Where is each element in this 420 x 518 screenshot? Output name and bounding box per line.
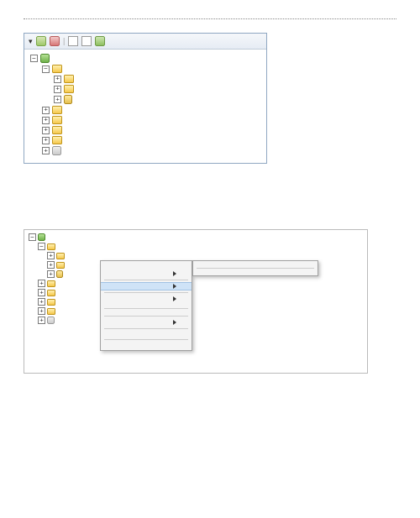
chevron-right-icon (173, 271, 176, 276)
object-explorer-tree: − − + + + + + (24, 50, 266, 163)
menu-separator (104, 308, 188, 309)
connect-label[interactable]: ▾ (29, 37, 33, 45)
plus-icon[interactable]: + (47, 261, 55, 269)
menu-item-properties[interactable] (101, 345, 192, 348)
menu-separator (104, 280, 188, 280)
menu-separator (104, 292, 188, 293)
context-menu-tasks[interactable] (192, 260, 318, 276)
tree-node-system-databases[interactable]: + (27, 251, 365, 260)
folder-icon (52, 136, 62, 144)
plus-icon[interactable]: + (54, 76, 61, 83)
menu-item-powershell[interactable] (101, 311, 192, 314)
menu-separator (104, 328, 188, 329)
menu-separator (197, 268, 314, 269)
folder-icon (52, 65, 62, 73)
folder-icon (64, 75, 74, 83)
tree-node-management[interactable]: + (28, 135, 263, 145)
minus-icon[interactable]: − (38, 243, 45, 250)
plus-icon[interactable]: + (54, 96, 61, 103)
tree-node-replication[interactable]: + (28, 125, 263, 135)
plus-icon[interactable]: + (54, 86, 61, 93)
plus-icon[interactable]: + (42, 117, 50, 124)
folder-icon (52, 106, 62, 114)
folder-icon (64, 85, 74, 93)
plus-icon[interactable]: + (38, 280, 45, 287)
folder-icon (52, 116, 62, 124)
agent-icon (47, 317, 55, 324)
menu-item-tasks[interactable] (101, 282, 192, 290)
tree-node-security[interactable]: + (27, 279, 365, 288)
folder-icon (47, 280, 55, 287)
divider (24, 18, 396, 19)
folder-icon (52, 126, 62, 134)
stop-icon[interactable] (81, 36, 92, 46)
tree-node-server[interactable]: − (27, 233, 365, 242)
menu-separator (104, 339, 188, 340)
filter-icon[interactable] (68, 36, 78, 46)
plus-icon[interactable]: + (42, 107, 50, 114)
tree-node-system-databases[interactable]: + (28, 74, 263, 84)
tree-node-management[interactable]: + (27, 306, 365, 316)
tree-node-selected-database[interactable]: + (28, 94, 263, 105)
tree-node-sql-agent[interactable]: + (28, 145, 263, 156)
menu-item-delete[interactable] (101, 334, 192, 337)
menu-item-take-offline[interactable] (193, 270, 318, 274)
database-icon (64, 95, 72, 104)
menu-item-detach[interactable] (193, 263, 318, 266)
plus-icon[interactable]: + (38, 289, 45, 296)
toolbar-separator: | (63, 37, 65, 45)
folder-icon (47, 243, 55, 250)
server-icon (38, 233, 45, 241)
plus-icon[interactable]: + (38, 307, 45, 315)
figure-caption-1 (24, 175, 396, 184)
plus-icon[interactable]: + (42, 137, 50, 144)
plus-icon[interactable]: + (42, 147, 50, 154)
ssms-screenshot-2: − − + + + + + (24, 229, 368, 374)
ssms-toolbar: ▾ | (24, 34, 266, 50)
menu-item-script-database[interactable] (101, 269, 192, 278)
toolbar-icon[interactable] (50, 36, 60, 46)
tree-node-replication[interactable]: + (27, 297, 365, 306)
context-menu-main[interactable] (100, 260, 192, 351)
chevron-right-icon (173, 284, 176, 289)
plus-icon[interactable]: + (38, 317, 45, 324)
tree-node-sql-agent[interactable]: + (27, 316, 365, 325)
tree-node-security[interactable]: + (28, 105, 263, 115)
folder-icon (47, 290, 55, 296)
folder-icon (47, 308, 55, 315)
menu-item-facets[interactable] (101, 303, 192, 306)
chevron-right-icon (173, 320, 176, 325)
plus-icon[interactable]: + (47, 252, 55, 259)
toolbar-icon[interactable] (36, 36, 46, 46)
tree-node-databases[interactable]: − (27, 242, 365, 251)
menu-separator (104, 316, 188, 317)
chevron-right-icon (173, 296, 176, 301)
menu-item-reports[interactable] (101, 318, 192, 327)
plus-icon[interactable]: + (47, 270, 55, 278)
tree-node-server-objects[interactable]: + (28, 115, 263, 125)
folder-icon (47, 299, 55, 306)
plus-icon[interactable]: + (38, 298, 45, 306)
tree-node-server-objects[interactable]: + (27, 288, 365, 297)
object-explorer-tree-2: − − + + + + + (24, 230, 367, 327)
plus-icon[interactable]: + (42, 127, 50, 134)
folder-icon (56, 253, 65, 259)
tree-node-databases[interactable]: − (28, 64, 263, 74)
ssms-screenshot-1: ▾ | − − + + + (24, 33, 267, 164)
folder-icon (56, 262, 65, 269)
database-icon (56, 270, 63, 278)
minus-icon[interactable]: − (29, 233, 36, 241)
minus-icon[interactable]: − (42, 65, 50, 73)
tree-node-server[interactable]: − (28, 53, 263, 64)
tree-node-snapshots[interactable]: + (28, 84, 263, 94)
body-paragraph (24, 197, 396, 212)
refresh-icon[interactable] (95, 36, 105, 46)
server-icon (40, 54, 50, 63)
minus-icon[interactable]: − (30, 55, 38, 62)
agent-icon (52, 146, 61, 155)
menu-item-policies[interactable] (101, 295, 192, 303)
